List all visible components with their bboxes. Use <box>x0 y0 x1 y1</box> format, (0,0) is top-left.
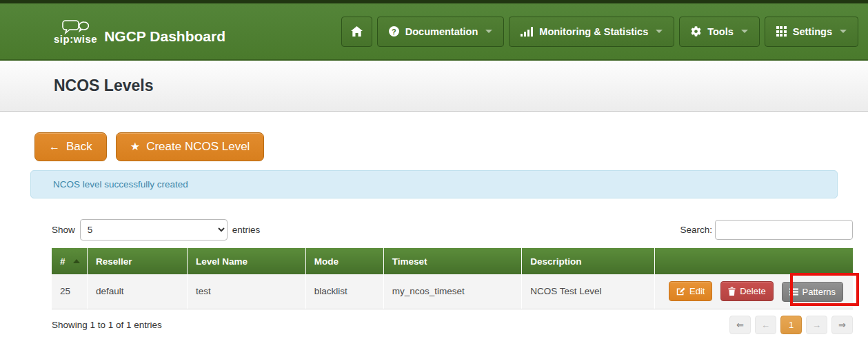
grid-icon <box>776 26 787 37</box>
column-header-id[interactable]: # <box>52 248 88 274</box>
app-title: NGCP Dashboard <box>104 29 225 44</box>
column-header-mode[interactable]: Mode <box>305 248 383 274</box>
page-header: NCOS Levels <box>0 61 868 112</box>
search-control: Search: <box>680 220 853 240</box>
nav-settings-button[interactable]: Settings <box>765 17 858 47</box>
cell-actions: Edit Delete Patterns <box>655 274 853 309</box>
edit-button-label: Edit <box>689 286 705 296</box>
search-input[interactable] <box>715 220 853 240</box>
create-ncos-level-button[interactable]: ★ Create NCOS Level <box>116 132 265 161</box>
sort-asc-icon <box>73 259 80 263</box>
list-icon <box>789 288 798 296</box>
edit-icon <box>676 287 685 296</box>
column-header-reseller[interactable]: Reseller <box>88 248 188 274</box>
chevron-down-icon <box>741 30 748 33</box>
nav-home-button[interactable] <box>341 17 372 47</box>
table-footer: Showing 1 to 1 of 1 entries ⇐ ← 1 → ⇒ <box>52 316 853 334</box>
back-button-label: Back <box>66 140 92 154</box>
pagination-next-button[interactable]: → <box>806 316 827 334</box>
star-icon: ★ <box>130 141 140 152</box>
nav-documentation-button[interactable]: ? Documentation <box>377 17 505 47</box>
cell-timeset: my_ncos_timeset <box>383 274 522 309</box>
toolbar: ← Back ★ Create NCOS Level <box>34 132 868 161</box>
cell-description: NCOS Test Level <box>522 274 655 309</box>
nav-monitoring-button[interactable]: Monitoring & Statistics <box>509 17 674 47</box>
table-controls: Show 5 entries Search: <box>52 219 853 240</box>
create-button-label: Create NCOS Level <box>146 140 250 154</box>
trash-icon <box>728 287 736 296</box>
chevron-down-icon <box>656 30 663 33</box>
pagination: ⇐ ← 1 → ⇒ <box>729 316 853 334</box>
column-header-level-name[interactable]: Level Name <box>187 248 305 274</box>
chevron-down-icon <box>840 30 847 33</box>
page-title: NCOS Levels <box>54 76 153 95</box>
top-navbar: sip:wise NGCP Dashboard ? Documentation … <box>0 0 868 61</box>
gear-icon <box>691 26 701 37</box>
back-button[interactable]: ← Back <box>34 132 107 161</box>
bar-chart-icon <box>521 27 533 37</box>
brand-logo[interactable]: sip:wise NGCP Dashboard <box>54 19 225 44</box>
search-label: Search: <box>680 225 712 235</box>
cell-reseller: default <box>88 274 188 309</box>
arrow-left-icon: ← <box>49 141 60 152</box>
entries-summary: Showing 1 to 1 of 1 entries <box>52 320 162 330</box>
table-header-row: # Reseller Level Name Mode Timeset Descr… <box>52 248 853 274</box>
column-header-actions <box>655 248 853 274</box>
nav-monitoring-label: Monitoring & Statistics <box>539 26 648 37</box>
patterns-button-label: Patterns <box>803 287 836 297</box>
nav-documentation-label: Documentation <box>405 26 478 37</box>
logo-text: sip:wise <box>54 34 97 44</box>
pagination-prev-button[interactable]: ← <box>755 316 776 334</box>
pagination-page-1-button[interactable]: 1 <box>780 316 802 334</box>
nav-tools-label: Tools <box>707 26 734 37</box>
column-header-timeset[interactable]: Timeset <box>383 248 522 274</box>
chevron-down-icon <box>485 30 492 33</box>
patterns-button[interactable]: Patterns <box>782 282 843 302</box>
pagination-last-button[interactable]: ⇒ <box>831 316 853 334</box>
table-row[interactable]: 25 default test blacklist my_ncos_timese… <box>52 274 853 309</box>
pagination-first-button[interactable]: ⇐ <box>729 316 751 334</box>
page-size-select[interactable]: 5 <box>80 219 228 240</box>
show-label: Show <box>52 225 75 235</box>
cell-mode: blacklist <box>305 274 383 309</box>
ncos-levels-table: # Reseller Level Name Mode Timeset Descr… <box>52 248 853 309</box>
home-icon <box>351 26 363 37</box>
column-header-description[interactable]: Description <box>522 248 655 274</box>
success-alert: NCOS level successfully created <box>30 170 838 198</box>
delete-button[interactable]: Delete <box>720 281 774 301</box>
nav-settings-label: Settings <box>793 26 832 37</box>
edit-button[interactable]: Edit <box>669 281 712 301</box>
cell-id: 25 <box>52 274 88 309</box>
nav-tools-button[interactable]: Tools <box>679 17 760 47</box>
entries-label: entries <box>232 225 261 235</box>
page-length-control: Show 5 entries <box>52 219 260 240</box>
main-navigation: ? Documentation Monitoring & Statistics … <box>341 17 858 47</box>
delete-button-label: Delete <box>740 286 766 296</box>
alert-message: NCOS level successfully created <box>53 179 188 190</box>
cell-level-name: test <box>187 274 305 309</box>
question-circle-icon: ? <box>389 26 399 37</box>
